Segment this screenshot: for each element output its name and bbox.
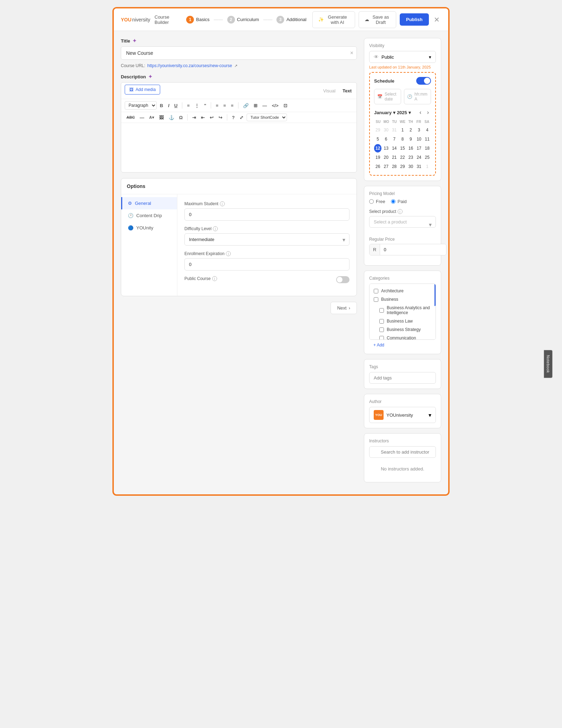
enrollment-info[interactable]: i	[226, 251, 231, 256]
more-btn[interactable]: ⊡	[282, 102, 289, 109]
calendar-day-6[interactable]: 6	[382, 135, 390, 143]
schedule-date-input[interactable]: 📅 Select date	[374, 89, 401, 104]
public-course-info[interactable]: i	[212, 276, 217, 281]
calendar-day-29[interactable]: 29	[374, 126, 381, 134]
outdent-btn[interactable]: ⇤	[199, 114, 207, 121]
cat-business-law-checkbox[interactable]	[379, 319, 384, 324]
calendar-prev-btn[interactable]: ‹	[417, 109, 423, 116]
paid-radio[interactable]	[391, 199, 396, 204]
cat-communication[interactable]: Communication	[370, 334, 436, 340]
calendar-day-9[interactable]: 9	[407, 135, 414, 143]
calendar-day-15[interactable]: 15	[399, 144, 406, 152]
cat-business-strategy-checkbox[interactable]	[379, 327, 384, 332]
step-1[interactable]: 1 Basics	[186, 16, 209, 24]
redo-btn[interactable]: ↪	[217, 114, 224, 121]
calendar-next-btn[interactable]: ›	[425, 109, 431, 116]
cat-architecture-checkbox[interactable]	[374, 289, 378, 293]
calendar-day-1[interactable]: 1	[399, 126, 406, 134]
cat-business-strategy[interactable]: Business Strategy	[370, 325, 436, 334]
calendar-day-1[interactable]: 1	[424, 162, 431, 171]
text-view-btn[interactable]: Text	[341, 87, 353, 94]
shortcode-select[interactable]: Tutor ShortCode	[247, 113, 287, 121]
visibility-select[interactable]: 👁 Public ▾	[369, 51, 436, 63]
tab-content-drip[interactable]: 🕐 Content Drip	[121, 209, 177, 222]
title-input[interactable]	[121, 46, 357, 60]
undo-btn[interactable]: ↩	[208, 114, 215, 121]
visual-view-btn[interactable]: Visual	[322, 87, 337, 94]
step-3[interactable]: 3 Additional	[276, 16, 306, 24]
step-2[interactable]: 2 Curriculum	[227, 16, 259, 24]
cat-business-checkbox[interactable]	[374, 297, 378, 302]
anchor-btn[interactable]: ⚓	[167, 114, 176, 121]
tags-input[interactable]	[369, 372, 436, 384]
calendar-day-5[interactable]: 5	[374, 135, 381, 143]
italic-btn[interactable]: I	[166, 102, 171, 109]
calendar-day-25[interactable]: 25	[424, 153, 431, 162]
editor-body[interactable]	[121, 123, 357, 172]
public-course-toggle[interactable]	[336, 276, 349, 283]
free-radio-label[interactable]: Free	[369, 199, 385, 204]
ol-btn[interactable]: ⋮	[193, 102, 201, 109]
add-media-button[interactable]: 🖼 Add media	[125, 85, 160, 95]
max-student-info[interactable]: i	[220, 201, 225, 206]
notebook-tab[interactable]: Notebook	[544, 350, 552, 378]
cat-business-analytics[interactable]: Business Analytics and Intelligence	[370, 304, 436, 317]
instructor-search-input[interactable]	[369, 446, 436, 458]
link-btn[interactable]: 🔗	[241, 102, 250, 109]
calendar-day-2[interactable]: 2	[407, 126, 414, 134]
calendar-day-8[interactable]: 8	[399, 135, 406, 143]
omega-btn[interactable]: Ω	[177, 114, 184, 121]
calendar-day-18[interactable]: 18	[424, 144, 431, 152]
cat-business-analytics-checkbox[interactable]	[379, 308, 384, 313]
calendar-day-28[interactable]: 28	[391, 162, 398, 171]
calendar-day-13[interactable]: 13	[382, 144, 390, 152]
ul-btn[interactable]: ≡	[185, 102, 191, 109]
calendar-day-3[interactable]: 3	[415, 126, 423, 134]
paid-radio-label[interactable]: Paid	[391, 199, 407, 204]
calendar-day-23[interactable]: 23	[407, 153, 414, 162]
cat-architecture[interactable]: Architecture	[370, 287, 436, 295]
calendar-day-16[interactable]: 16	[407, 144, 414, 152]
quote-btn[interactable]: "	[202, 102, 208, 109]
add-category-button[interactable]: + Add	[369, 340, 388, 349]
bold-btn[interactable]: B	[158, 102, 165, 109]
cat-business[interactable]: Business	[370, 295, 436, 304]
abc-btn[interactable]: ABC	[125, 114, 137, 121]
course-url-link[interactable]: https://youniversity.co.za/courses/new-c…	[147, 63, 232, 68]
calendar-day-12[interactable]: 12	[374, 144, 381, 152]
tab-younity[interactable]: 🔵 YOUnity	[121, 222, 177, 234]
hr-btn[interactable]: —	[261, 102, 269, 109]
free-radio[interactable]	[369, 199, 374, 204]
help-btn[interactable]: ?	[230, 114, 236, 121]
close-button[interactable]: ✕	[432, 14, 441, 25]
max-student-input[interactable]	[184, 208, 349, 221]
regular-price-input[interactable]	[380, 244, 446, 255]
calendar-day-20[interactable]: 20	[382, 153, 390, 162]
calendar-day-31[interactable]: 31	[391, 126, 398, 134]
align-center-btn[interactable]: ≡	[222, 102, 228, 109]
calendar-day-19[interactable]: 19	[374, 153, 381, 162]
select-product-info[interactable]: i	[398, 209, 403, 214]
calendar-day-21[interactable]: 21	[391, 153, 398, 162]
fullscreen-btn[interactable]: ⤢	[238, 114, 245, 121]
table-btn[interactable]: ⊞	[252, 102, 259, 109]
cat-business-law[interactable]: Business Law	[370, 317, 436, 325]
calendar-day-4[interactable]: 4	[424, 126, 431, 134]
cat-communication-checkbox[interactable]	[379, 336, 384, 340]
align-right-btn[interactable]: ≡	[229, 102, 235, 109]
align-left-btn[interactable]: ≡	[214, 102, 220, 109]
calendar-day-31[interactable]: 31	[415, 162, 423, 171]
enrollment-input[interactable]	[184, 258, 349, 271]
next-button[interactable]: Next ›	[331, 302, 357, 314]
calendar-day-11[interactable]: 11	[424, 135, 431, 143]
calendar-day-26[interactable]: 26	[374, 162, 381, 171]
calendar-day-24[interactable]: 24	[415, 153, 423, 162]
image-btn[interactable]: 🖼	[157, 114, 165, 121]
product-select[interactable]: Select a product	[369, 216, 436, 228]
schedule-toggle[interactable]	[416, 77, 431, 85]
calendar-day-14[interactable]: 14	[391, 144, 398, 152]
publish-button[interactable]: Publish ▾	[400, 13, 429, 26]
tab-general[interactable]: ⚙ General	[121, 197, 177, 209]
underline-btn[interactable]: U	[172, 102, 179, 109]
difficulty-select[interactable]: Beginner Intermediate Advanced	[184, 233, 349, 246]
